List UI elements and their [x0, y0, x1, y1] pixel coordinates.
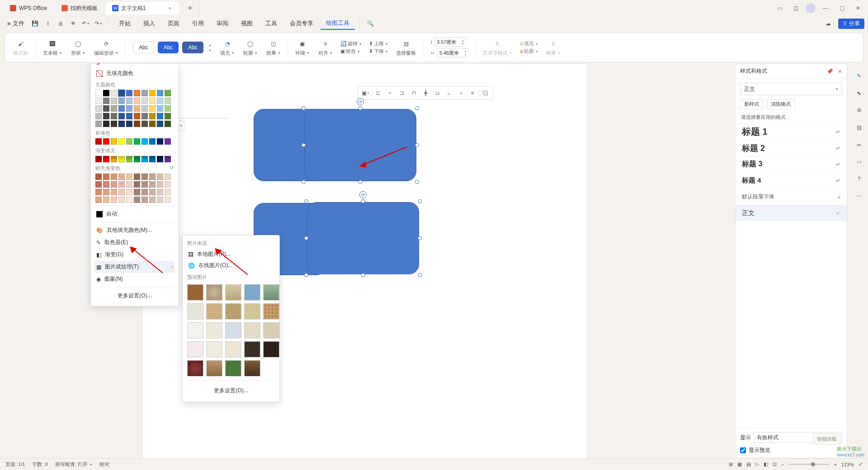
canvas[interactable]: ▤▾ ▣▾ ⊏ ⫟ ⊐ ⊓ ╋ ⊔ ⫠ ⫞ ≡ ⿻ ⟳: [0, 63, 734, 458]
view-mode-icon[interactable]: ◧: [764, 461, 768, 467]
align-center-h-icon[interactable]: ⫟: [385, 88, 396, 99]
gradient-swatch[interactable]: [118, 156, 125, 162]
texture-swatch[interactable]: [263, 341, 279, 357]
handle-s[interactable]: [359, 180, 363, 184]
color-swatch[interactable]: [165, 105, 171, 112]
tab-start[interactable]: 开始: [113, 18, 136, 29]
align-button[interactable]: ≡对齐▾: [315, 34, 336, 61]
avatar-icon[interactable]: [806, 3, 816, 13]
color-swatch[interactable]: [165, 90, 171, 96]
selection-pane-button[interactable]: ▤选择窗格: [392, 34, 420, 61]
tab-wps-office[interactable]: WPS Office: [4, 2, 53, 14]
texture-swatch[interactable]: [225, 284, 241, 301]
handle-ne[interactable]: [415, 106, 419, 110]
tab-template[interactable]: 找稻壳模板: [55, 2, 104, 14]
gradient-swatch[interactable]: [157, 197, 163, 203]
edit-tool-icon[interactable]: ✎: [854, 70, 864, 81]
color-swatch[interactable]: [134, 90, 140, 96]
tab-document[interactable]: W文字文稿1•: [106, 2, 179, 14]
color-swatch[interactable]: [165, 138, 171, 145]
handle-w[interactable]: [304, 236, 308, 240]
color-swatch[interactable]: [134, 138, 140, 145]
color-swatch[interactable]: [149, 113, 156, 119]
gradient-swatch[interactable]: [142, 174, 148, 180]
texture-swatch[interactable]: [187, 341, 203, 357]
format-painter[interactable]: 🖌格式刷: [9, 34, 32, 61]
color-swatch[interactable]: [111, 113, 117, 119]
layers-tool-icon[interactable]: ▤: [854, 122, 864, 133]
color-swatch[interactable]: [149, 138, 156, 145]
no-fill-item[interactable]: 无填充颜色: [94, 67, 175, 80]
share-button[interactable]: ⇪ 分享: [838, 19, 864, 29]
style-item-heading2[interactable]: 标题 2↵: [736, 140, 847, 156]
clear-format-button[interactable]: 清除格式: [767, 99, 795, 109]
minimize-button[interactable]: —: [819, 2, 832, 14]
style-item-default-font[interactable]: 默认段落字体a: [736, 188, 847, 205]
color-swatch[interactable]: [118, 90, 125, 96]
copy-shape-icon[interactable]: ⿻: [480, 88, 491, 99]
color-swatch[interactable]: [118, 121, 125, 127]
spell-check-status[interactable]: 拼写检查: 打开 ▾: [55, 461, 92, 468]
color-swatch[interactable]: [142, 105, 148, 112]
handle-sw[interactable]: [304, 273, 308, 277]
color-swatch[interactable]: [157, 105, 163, 112]
color-swatch[interactable]: [103, 113, 109, 119]
handle-n[interactable]: [359, 106, 363, 110]
color-swatch[interactable]: [149, 121, 156, 127]
wrap-square-icon[interactable]: ▣▾: [360, 88, 371, 99]
color-swatch[interactable]: [111, 98, 117, 104]
align-top-icon[interactable]: ⊓: [408, 88, 419, 99]
color-swatch[interactable]: [118, 98, 125, 104]
gradient-swatch[interactable]: [149, 181, 156, 188]
texture-swatch[interactable]: [206, 360, 222, 376]
outline-button[interactable]: ◯轮廓▾: [240, 34, 261, 61]
proof-status[interactable]: 校对: [99, 461, 109, 468]
color-swatch[interactable]: [103, 90, 109, 96]
gradient-swatch[interactable]: [134, 174, 140, 180]
redo-icon[interactable]: ↷▾: [93, 18, 104, 29]
color-swatch[interactable]: [111, 121, 117, 127]
handle-e[interactable]: [418, 236, 422, 240]
gradient-swatch[interactable]: [157, 181, 163, 188]
texture-swatch[interactable]: [206, 303, 222, 320]
color-swatch[interactable]: [103, 138, 109, 145]
color-swatch[interactable]: [142, 138, 148, 145]
texture-swatch[interactable]: [225, 303, 241, 320]
gradient-swatch[interactable]: [103, 156, 109, 162]
handle-n[interactable]: [361, 199, 365, 203]
gradient-swatch[interactable]: [95, 156, 102, 162]
texture-swatch[interactable]: [225, 360, 241, 376]
align-right-icon[interactable]: ⊐: [396, 88, 407, 99]
help-tool-icon[interactable]: ?: [854, 174, 864, 184]
texture-swatch[interactable]: [225, 341, 241, 357]
gradient-swatch[interactable]: [157, 189, 163, 195]
fit-page-icon[interactable]: ⤢: [859, 461, 863, 467]
zoom-in-button[interactable]: +: [834, 462, 836, 467]
color-swatch[interactable]: [142, 98, 148, 104]
color-swatch[interactable]: [157, 113, 163, 119]
chevron-down-icon[interactable]: ▾: [209, 48, 211, 52]
gradient-swatch[interactable]: [126, 189, 132, 195]
cloud-icon[interactable]: ☁: [823, 18, 834, 29]
tab-drawing-tools[interactable]: 绘图工具: [321, 17, 355, 30]
view-mode-icon[interactable]: ▤: [746, 461, 751, 467]
color-swatch[interactable]: [95, 90, 102, 96]
color-swatch[interactable]: [111, 105, 117, 112]
reader-icon[interactable]: ▭: [773, 2, 786, 14]
color-swatch[interactable]: [157, 98, 163, 104]
more-fill-colors-item[interactable]: 🎨其他填充颜色(M)...: [94, 224, 175, 236]
gradient-swatch[interactable]: [149, 197, 156, 203]
maximize-button[interactable]: ▢: [835, 2, 848, 14]
link-tool-icon[interactable]: ⫘: [854, 139, 864, 150]
color-swatch[interactable]: [165, 98, 171, 104]
zoom-slider[interactable]: [788, 464, 829, 465]
gradient-swatch[interactable]: [149, 189, 156, 195]
more-tool-icon[interactable]: ⋯: [854, 191, 864, 202]
color-swatch[interactable]: [126, 113, 132, 119]
view-mode-icon[interactable]: ▦: [737, 461, 742, 467]
gradient-swatch[interactable]: [126, 197, 132, 203]
texture-swatch[interactable]: [244, 303, 260, 320]
color-swatch[interactable]: [134, 121, 140, 127]
color-swatch[interactable]: [126, 90, 132, 96]
color-swatch[interactable]: [126, 138, 132, 145]
